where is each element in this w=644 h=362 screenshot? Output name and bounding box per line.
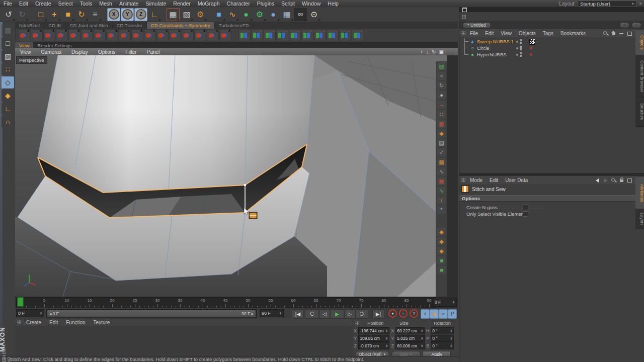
visibility-dots[interactable]: [516, 39, 529, 44]
side-tab-layers[interactable]: Layers: [635, 209, 644, 229]
coordinate-system-icon[interactable]: ∟: [148, 8, 161, 21]
cd-constraint-tool-icon[interactable]: [31, 29, 43, 41]
size-field[interactable]: 5.025 cm▲▼: [395, 335, 425, 342]
object-label[interactable]: Sweep NURBS.1: [477, 39, 516, 44]
viewport-tab-render-settings[interactable]: Render Settings: [33, 42, 75, 48]
cd-symmetry-tool-icon[interactable]: [264, 29, 276, 41]
rotation-field[interactable]: 0 °▲▼: [431, 327, 454, 334]
rotation-field[interactable]: 0 °▲▼: [431, 342, 454, 349]
cd-symmetry-tool-icon[interactable]: [339, 29, 351, 41]
objects-menu-file[interactable]: File: [466, 31, 481, 36]
only-select-visible-checkbox[interactable]: [523, 211, 528, 217]
viewport-menu-options[interactable]: Options: [93, 49, 120, 55]
live-selection-icon[interactable]: □: [34, 8, 47, 21]
square-icon[interactable]: [627, 31, 632, 36]
spline-icon[interactable]: ∿: [226, 8, 239, 21]
tool-icon[interactable]: ×: [437, 72, 446, 80]
objects-menu-view[interactable]: View: [497, 31, 515, 36]
add-tab-button[interactable]: +: [619, 22, 629, 28]
tool-icon[interactable]: ▦: [437, 158, 446, 166]
cd-symmetry-tool-icon[interactable]: [289, 29, 301, 41]
model-mode-icon[interactable]: □: [2, 37, 14, 49]
scale-icon[interactable]: ■: [61, 8, 74, 21]
viewport-menu-filter[interactable]: Filter: [120, 49, 141, 55]
objects-menu-edit[interactable]: Edit: [481, 31, 497, 36]
light-icon[interactable]: ⊙: [307, 8, 320, 21]
tool-icon[interactable]: ▦: [437, 177, 446, 185]
cd-constraint-tool-icon[interactable]: [106, 29, 118, 41]
menu-mesh[interactable]: Mesh: [96, 1, 116, 7]
cd-constraint-tool-icon[interactable]: [18, 29, 30, 41]
tool-icon[interactable]: ◆: [437, 129, 446, 137]
menu-character[interactable]: Character: [223, 1, 254, 7]
cd-constraint-tool-icon[interactable]: [43, 29, 55, 41]
cd-constraint-tool-icon[interactable]: [56, 29, 68, 41]
menu-script[interactable]: Script: [278, 1, 298, 7]
record-keyframe-button[interactable]: ●: [388, 309, 397, 318]
menu-simulate[interactable]: Simulate: [142, 1, 170, 7]
object-row[interactable]: ● HyperNURBS ×: [462, 51, 633, 58]
maximize-view-icon[interactable]: ▣: [439, 49, 444, 55]
cd-constraint-tool-icon[interactable]: [156, 29, 169, 41]
z-axis-lock-icon[interactable]: Z: [134, 8, 147, 21]
menu-tools[interactable]: Tools: [76, 1, 96, 7]
range-end-field[interactable]: 90 F▲▼: [260, 309, 284, 317]
material-menu-edit[interactable]: Edit: [45, 320, 62, 325]
options-section-header[interactable]: Options: [459, 195, 635, 202]
material-menu-function[interactable]: Function: [62, 320, 89, 325]
object-row[interactable]: ○ Circle ×: [462, 45, 633, 51]
cd-symmetry-tool-icon[interactable]: [352, 29, 364, 41]
square-icon[interactable]: [627, 177, 632, 183]
redo-icon[interactable]: ↻: [16, 8, 29, 21]
tool-icon[interactable]: /: [437, 196, 446, 204]
nurbs-icon[interactable]: ●: [239, 8, 253, 21]
timeline-ruler[interactable]: 051015202530354045505560657075808590 0 F…: [15, 297, 458, 308]
attributes-menu-mode[interactable]: Mode: [466, 177, 486, 183]
viewport-canvas[interactable]: Perspective ▥×↻●→∷▦◆▤✓▦∿▦∿/*◆◆◆■■: [15, 55, 447, 297]
play-backwards-button[interactable]: C: [305, 309, 319, 319]
menu-window[interactable]: Window: [298, 1, 324, 7]
disabled-x-icon[interactable]: ×: [529, 52, 532, 57]
edges-mode-icon[interactable]: ◇: [2, 76, 14, 88]
objects-menu-tags[interactable]: Tags: [539, 31, 557, 36]
viewport-menu-panel[interactable]: Panel: [142, 49, 165, 55]
layout-dropdown[interactable]: Startup (User)▼: [578, 1, 637, 7]
frame-range-slider[interactable]: ◂ 0 F 90 F ▸: [46, 309, 257, 318]
tool-icon[interactable]: ↻: [437, 81, 446, 89]
viewport-menu-view[interactable]: View: [15, 49, 36, 55]
rotation-field[interactable]: 0 °▲▼: [431, 335, 454, 342]
panel-handle[interactable]: [459, 12, 644, 21]
tool-icon[interactable]: →: [437, 101, 446, 109]
plugin-tab-cd-ik[interactable]: CD IK: [44, 22, 65, 29]
trir-icon[interactable]: [603, 177, 608, 183]
viewport-tab-view[interactable]: View: [15, 42, 33, 48]
tool-icon[interactable]: ■: [437, 266, 446, 274]
menu-file[interactable]: File: [0, 1, 16, 7]
cd-symmetry-tool-icon[interactable]: [251, 29, 263, 41]
timeline-playhead[interactable]: [17, 297, 24, 307]
position-field[interactable]: -0.079 cm▲▼: [358, 342, 389, 349]
panel-grip-icon[interactable]: [17, 320, 21, 324]
cd-constraint-tool-icon[interactable]: [94, 29, 106, 41]
cd-constraint-tool-icon[interactable]: [182, 29, 194, 41]
phong-tag-icon[interactable]: [529, 39, 535, 45]
minus-icon[interactable]: [619, 31, 624, 36]
last-tool-icon[interactable]: ≡: [89, 8, 102, 21]
tril-icon[interactable]: [595, 177, 600, 183]
home-icon[interactable]: [611, 31, 616, 36]
viewport-menu-cameras[interactable]: Cameras: [36, 49, 67, 55]
tool-icon[interactable]: ∿: [437, 167, 446, 175]
view-label[interactable]: Perspective: [16, 56, 47, 64]
cd-symmetry-tool-icon[interactable]: [238, 29, 251, 41]
rotate-icon[interactable]: ↻: [75, 8, 88, 21]
key-rotation-toggle[interactable]: ○: [439, 309, 448, 319]
axis-mode-icon[interactable]: ∟: [2, 103, 14, 115]
side-tab-structure[interactable]: Structure: [635, 98, 644, 127]
visibility-dots[interactable]: [516, 52, 529, 57]
object-label[interactable]: HyperNURBS: [477, 52, 516, 57]
cd-symmetry-tool-icon[interactable]: [276, 29, 288, 41]
cd-constraint-tool-icon[interactable]: [68, 29, 80, 41]
deformer-icon[interactable]: ●: [267, 8, 280, 21]
record-options-button[interactable]: ?: [410, 309, 418, 318]
side-tab-attributes[interactable]: Attributes: [635, 177, 644, 209]
